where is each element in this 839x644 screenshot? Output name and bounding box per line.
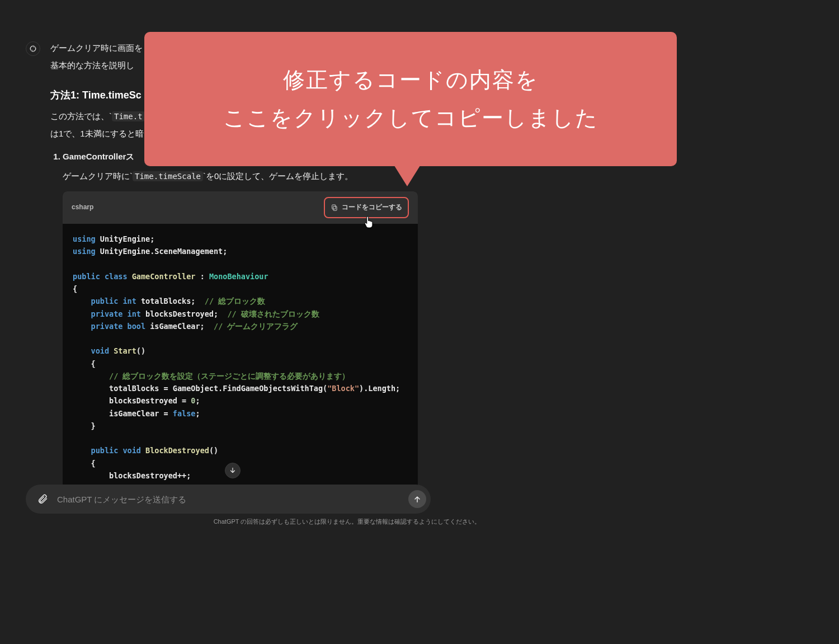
step-1-label: GameControllerス [63,152,134,161]
scroll-to-bottom-button[interactable] [225,463,241,478]
step1-post: を0に設定して、ゲームを停止します。 [206,171,353,181]
assistant-avatar [26,41,40,56]
copy-icon [331,204,338,211]
inline-code-time: Time.t [112,111,145,121]
copy-code-button[interactable]: コードをコピーする [324,197,409,218]
step-1-description: ゲームクリア時に`Time.timeScale`を0に設定して、ゲームを停止しま… [63,168,431,184]
code-content[interactable]: using UnityEngine; using UnityEngine.Sce… [63,224,418,506]
step-1: GameControllerス ゲームクリア時に`Time.timeScale`… [63,149,431,505]
arrow-up-icon [413,495,422,504]
code-language-label: csharp [72,201,93,214]
inline-code-timescale: Time.timeScale [133,171,203,181]
message-input-bar [26,485,431,514]
paperclip-icon [37,493,48,505]
code-header: csharp コードをコピーする [63,191,418,224]
callout-line-2: ここをクリックしてコピーしました [223,99,598,137]
annotation-callout: 修正するコードの内容を ここをクリックしてコピーしました [144,32,677,166]
message-input[interactable] [57,495,403,504]
step1-pre: ゲームクリア時に [63,171,130,181]
code-block: csharp コードをコピーする using UnityEngine; usin… [63,191,418,505]
disclaimer-text: ChatGPT の回答は必ずしも正しいとは限りません。重要な情報は確認するように… [0,518,694,526]
svg-rect-1 [333,206,337,211]
svg-rect-2 [332,205,336,209]
attach-button[interactable] [34,490,51,508]
callout-tail [393,164,421,186]
send-button[interactable] [408,490,426,508]
method1-text-pre: この方法では、 [50,111,109,121]
copy-code-label: コードをコピーする [342,201,402,214]
arrow-down-icon [229,467,237,474]
callout-line-1: 修正するコードの内容を [283,61,539,99]
openai-icon [29,44,37,53]
